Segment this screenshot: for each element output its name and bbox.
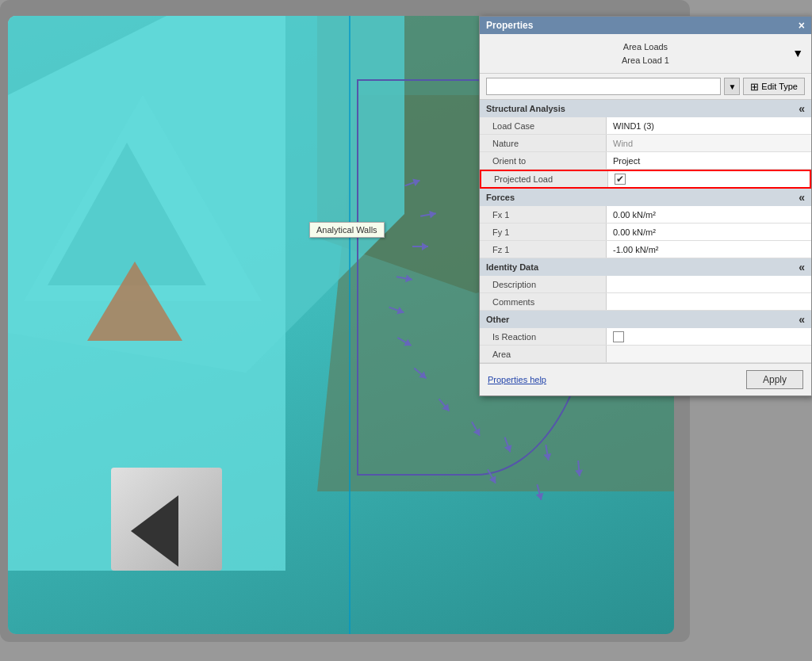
arrow-icon (131, 495, 178, 567)
close-button[interactable]: × (799, 20, 805, 31)
projected-load-checkbox[interactable]: ✔ (615, 174, 626, 185)
other-label: Other (486, 315, 509, 324)
structural-analysis-section: Structural Analysis « Load Case WIND1 (3… (480, 100, 811, 189)
element-line2: Area Load 1 (622, 54, 669, 67)
vertical-line (349, 16, 350, 634)
fy1-value[interactable]: 0.00 kN/m² (607, 224, 811, 240)
projected-load-value[interactable]: ✔ (608, 171, 810, 187)
forces-section: Forces « Fx 1 0.00 kN/m² Fy 1 0.00 kN/m²… (480, 189, 811, 258)
identity-data-section: Identity Data « Description Comments (480, 258, 811, 311)
fz1-row: Fz 1 -1.00 kN/m² (480, 241, 811, 258)
is-reaction-value[interactable]: ✔ (607, 328, 811, 345)
orient-to-label: Orient to (480, 152, 607, 169)
comments-value[interactable] (607, 293, 811, 310)
nature-row: Nature Wind (480, 135, 811, 152)
fx1-label: Fx 1 (480, 206, 607, 223)
description-row: Description (480, 276, 811, 293)
structural-analysis-header: Structural Analysis « (480, 100, 811, 117)
projected-load-row: Projected Load ✔ (480, 170, 811, 189)
fy1-row: Fy 1 0.00 kN/m² (480, 224, 811, 241)
panel-title: Properties (486, 20, 533, 31)
triangle-orange (87, 262, 182, 341)
other-collapse[interactable]: « (799, 313, 805, 326)
panel-footer: Properties help Apply (480, 363, 811, 395)
structural-analysis-collapse[interactable]: « (799, 102, 805, 115)
analytical-walls-tooltip: Analytical Walls (309, 222, 385, 238)
description-label: Description (480, 276, 607, 292)
forces-collapse[interactable]: « (799, 191, 805, 204)
panel-titlebar: Properties × (480, 17, 811, 34)
identity-data-header: Identity Data « (480, 258, 811, 276)
comments-row: Comments (480, 293, 811, 311)
comments-label: Comments (480, 293, 607, 310)
area-label: Area (480, 346, 607, 362)
element-info: Area Loads Area Load 1 (622, 40, 669, 67)
fx1-value[interactable]: 0.00 kN/m² (607, 206, 811, 223)
type-dropdown-arrow[interactable]: ▼ (724, 78, 740, 95)
forces-header: Forces « (480, 189, 811, 206)
other-header: Other « (480, 311, 811, 328)
type-dropdown[interactable]: New Area Loads (486, 78, 721, 95)
nature-value: Wind (607, 135, 811, 151)
element-selector: Area Loads Area Load 1 ▼ (480, 34, 811, 74)
identity-data-label: Identity Data (486, 262, 538, 272)
load-case-value[interactable]: WIND1 (3) (607, 117, 811, 134)
projected-load-label: Projected Load (481, 171, 608, 187)
area-row: Area (480, 346, 811, 363)
element-dropdown-icon[interactable]: ▼ (792, 47, 803, 59)
is-reaction-row: Is Reaction ✔ (480, 328, 811, 346)
is-reaction-checkbox[interactable]: ✔ (613, 331, 624, 342)
area-value (607, 346, 811, 362)
edit-type-label: Edit Type (761, 82, 798, 91)
edit-type-icon: ⊞ (750, 81, 759, 93)
load-case-label: Load Case (480, 117, 607, 134)
is-reaction-label: Is Reaction (480, 328, 607, 345)
identity-data-collapse[interactable]: « (799, 261, 805, 273)
description-value[interactable] (607, 276, 811, 292)
fz1-label: Fz 1 (480, 241, 607, 258)
load-case-row: Load Case WIND1 (3) (480, 117, 811, 135)
fz1-value[interactable]: -1.00 kN/m² (607, 241, 811, 258)
type-selector-row: New Area Loads ▼ ⊞ Edit Type (480, 74, 811, 100)
forces-label: Forces (486, 193, 515, 202)
apply-button[interactable]: Apply (746, 370, 803, 389)
other-section: Other « Is Reaction ✔ Area (480, 311, 811, 363)
structural-analysis-label: Structural Analysis (486, 104, 565, 113)
fy1-label: Fy 1 (480, 224, 607, 240)
edit-type-button[interactable]: ⊞ Edit Type (743, 78, 805, 95)
properties-panel: Properties × Area Loads Area Load 1 ▼ Ne… (479, 16, 812, 396)
fx1-row: Fx 1 0.00 kN/m² (480, 206, 811, 224)
element-line1: Area Loads (622, 40, 669, 54)
properties-help-link[interactable]: Properties help (488, 375, 546, 384)
orient-to-value[interactable]: Project (607, 152, 811, 169)
nature-label: Nature (480, 135, 607, 151)
orient-to-row: Orient to Project (480, 152, 811, 170)
